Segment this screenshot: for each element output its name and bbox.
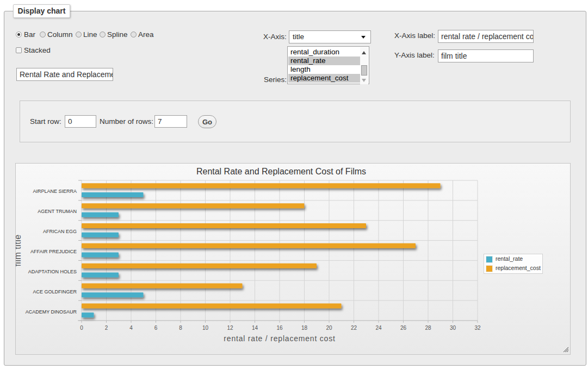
svg-text:ACE GOLDFINGER: ACE GOLDFINGER [33, 289, 77, 294]
svg-text:6: 6 [154, 325, 158, 331]
svg-text:26: 26 [400, 325, 407, 331]
svg-text:8: 8 [179, 325, 182, 331]
svg-text:22: 22 [351, 325, 357, 331]
svg-text:0: 0 [80, 325, 83, 331]
svg-text:20: 20 [326, 325, 332, 331]
svg-text:Rental Rate and Replacement Co: Rental Rate and Replacement Cost of Film… [196, 167, 366, 176]
svg-text:2: 2 [105, 325, 108, 331]
svg-text:rental rate / replacement cost: rental rate / replacement cost [224, 334, 335, 343]
svg-text:AGENT TRUMAN: AGENT TRUMAN [38, 209, 77, 214]
svg-text:AIRPLANE SIERRA: AIRPLANE SIERRA [33, 189, 77, 194]
svg-text:AFRICAN EGG: AFRICAN EGG [43, 229, 77, 234]
svg-text:32: 32 [474, 325, 481, 331]
svg-text:film title: film title [16, 234, 22, 266]
svg-text:14: 14 [252, 325, 258, 331]
svg-text:16: 16 [276, 325, 283, 331]
svg-text:12: 12 [227, 325, 233, 331]
svg-text:rental_rate: rental_rate [496, 255, 523, 262]
svg-text:4: 4 [129, 325, 133, 331]
svg-text:18: 18 [301, 325, 308, 331]
svg-text:10: 10 [202, 325, 209, 331]
svg-text:28: 28 [425, 325, 431, 331]
svg-text:ADAPTATION HOLES: ADAPTATION HOLES [28, 269, 77, 274]
svg-text:30: 30 [450, 325, 456, 331]
svg-text:ACADEMY DINOSAUR: ACADEMY DINOSAUR [26, 309, 77, 315]
svg-text:AFFAIR PREJUDICE: AFFAIR PREJUDICE [30, 249, 77, 254]
svg-text:24: 24 [375, 325, 382, 331]
svg-text:replacement_cost: replacement_cost [496, 265, 541, 271]
